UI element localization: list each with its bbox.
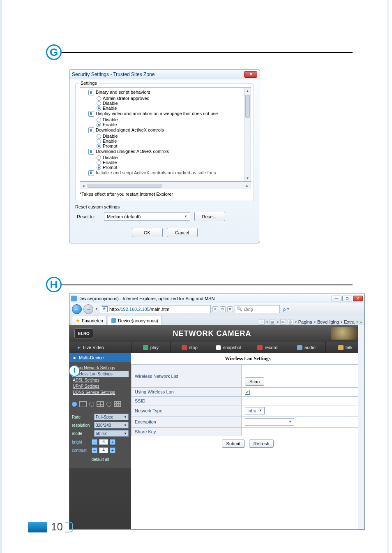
increase-button[interactable]: + [110,447,115,453]
menu-beveiliging[interactable]: Beveiliging [317,319,339,324]
dropdown-icon[interactable]: ▾ [356,320,358,324]
dropdown-icon[interactable]: ▾ [266,320,268,324]
scrollbar-horizontal[interactable]: ◄ ► [80,183,251,189]
search-input[interactable]: 🔍 Bing [235,305,280,313]
close-icon[interactable]: ✕ [244,71,257,78]
audio-icon [297,345,302,350]
sidebar-item-upnp[interactable]: UPnP Settings [72,383,129,389]
refresh-icon[interactable]: ↻ [220,306,226,312]
play-button[interactable]: play [131,342,170,353]
default-all-button[interactable]: default all [84,457,117,462]
feeds-icon[interactable]: ▤ [270,319,275,325]
overflow-icon[interactable]: » [360,319,362,324]
scroll-thumb[interactable] [245,95,250,118]
content-blank [131,451,364,529]
audio-button[interactable]: audio [287,342,326,353]
refresh-button[interactable]: Refresh [249,440,274,448]
stop-icon[interactable]: ✕ [227,306,233,312]
live-video-link[interactable]: ▶Live Video [69,345,131,350]
row-uwl-label: Using Wireless Lan [131,388,242,397]
scroll-down-icon[interactable]: ▼ [244,175,251,181]
divider-h [61,285,353,285]
radio-option[interactable]: Disable [81,117,250,122]
sidebar-item-adsl[interactable]: ADSL Settings [72,377,129,383]
close-icon[interactable]: ✕ [353,296,363,301]
view-grid-icon[interactable] [97,401,104,407]
sidebar-item-wireless[interactable]: Wireless Lan Settings [72,371,129,377]
reset-button[interactable]: Reset... [194,212,225,221]
dropdown-icon[interactable]: ▾ [341,320,342,324]
radio-option[interactable]: Prompt [81,165,250,170]
increase-button[interactable]: + [110,439,115,445]
resolution-select[interactable]: 320*240▼ [94,422,129,428]
setting-item-video: Display video and animation on a webpage… [81,111,250,117]
tab-device[interactable]: Device(anonymous) [108,316,162,325]
checkbox-checked-icon[interactable]: ✔ [245,390,250,395]
address-bar[interactable]: http://192.168.2.105/main.htm [100,305,211,313]
scrollbar-vertical[interactable]: ▲ ▼ [244,88,251,181]
sidebar-item-multidevice[interactable]: ▶Multi-Device [69,353,131,362]
back-button[interactable]: ← [72,304,82,314]
scan-button[interactable]: Scan [245,377,264,386]
mail-icon[interactable]: ✉ [280,319,286,325]
ie-command-bar: ⌂▾ ▤▾ ✉ ⎙▾ Pagina▾ Beveiliging▾ Extra▾ » [259,319,362,325]
dropdown-icon[interactable]: ▾ [212,306,218,312]
radio-option[interactable]: Disable [81,134,250,139]
forward-button[interactable]: → [83,304,93,314]
ie-scrollbar[interactable] [358,325,364,529]
ok-button[interactable]: OK [132,228,163,237]
scroll-thumb-h[interactable] [88,184,161,188]
encryption-select[interactable]: ▼ [245,418,294,426]
network-type-select[interactable]: Infra▼ [245,407,265,414]
scroll-right-icon[interactable]: ► [244,184,251,188]
radio-option[interactable]: Enable [81,139,250,143]
scroll-up-icon[interactable]: ▲ [244,88,251,94]
menu-extra[interactable]: Extra [344,319,355,324]
history-dropdown-icon[interactable]: ▼ [95,307,98,311]
row-uwl-value[interactable]: ✔ [241,388,364,397]
radio-option[interactable]: Enable [81,122,250,127]
decrease-button[interactable]: − [92,447,97,453]
radio-option[interactable]: Enable [81,160,250,165]
search-go-icon[interactable]: ρ [283,307,286,312]
mode-select[interactable]: 50 HZ▼ [94,430,129,437]
radio-icon [97,139,101,143]
radio-option[interactable]: Disable [81,101,250,106]
sidebar-item-basic[interactable]: Basic Network Settings [72,365,129,371]
stop-button[interactable]: stop [170,342,209,353]
tab-favorites[interactable]: ★Favorieten [72,316,107,325]
search-dropdown-icon[interactable]: ▾ [287,307,289,311]
minimize-icon[interactable]: — [332,296,341,301]
decrease-button[interactable]: − [92,439,97,445]
radio-option[interactable]: Enable [81,106,250,111]
view-box-icon[interactable] [79,401,87,407]
radio-option[interactable]: Prompt [81,143,250,148]
talk-icon [338,345,344,350]
snapshot-button[interactable]: snapshot [209,342,248,353]
maximize-icon[interactable]: □ [342,296,352,301]
dropdown-icon[interactable]: ▾ [277,320,279,324]
view-dot2-icon[interactable] [106,402,111,407]
radio-option[interactable]: Administrator approved [81,96,250,101]
print-icon[interactable]: ⎙ [288,319,293,325]
record-button[interactable]: record [248,342,287,353]
row-ssid-value[interactable] [241,396,364,405]
submit-button[interactable]: Submit [222,440,245,448]
reset-level-select[interactable]: Medium (default) ▼ [104,212,190,221]
sidebar-item-ddns[interactable]: DDNS Service Settings [72,389,129,396]
dropdown-icon[interactable]: ▾ [295,320,297,324]
camera-banner: ELRO NETWORK CAMERA [69,325,364,342]
radio-option[interactable]: Disable [81,155,250,160]
scroll-left-icon[interactable]: ◄ [80,184,87,188]
view-single-icon[interactable] [72,402,77,407]
cancel-button[interactable]: Cancel [167,228,198,237]
settings-list[interactable]: Binary and script behaviors Administrato… [80,87,251,182]
reset-heading: Reset custom settings [75,204,254,209]
menu-pagina[interactable]: Pagina [298,319,312,324]
rate-select[interactable]: Full-Spee▼ [94,414,129,420]
view-grid9-icon[interactable] [114,401,121,407]
dropdown-icon[interactable]: ▾ [314,320,316,324]
view-dot-icon[interactable] [89,402,94,407]
home-icon[interactable]: ⌂ [259,319,265,325]
row-share-value[interactable] [241,427,364,436]
